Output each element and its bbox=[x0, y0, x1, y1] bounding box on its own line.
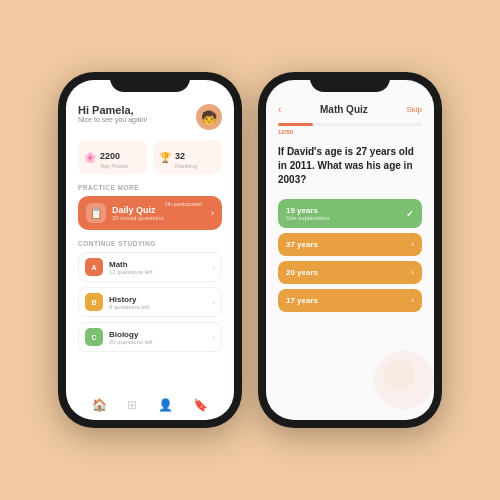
option-4-arrow-icon: › bbox=[411, 296, 414, 305]
option-2-arrow-icon: › bbox=[411, 240, 414, 249]
history-left: 6 questions left bbox=[109, 304, 206, 310]
phone-1: Hi Pamela, Nice to see you again! 🧒 🌸 22… bbox=[58, 72, 242, 428]
math-name: Math bbox=[109, 260, 206, 269]
points-icon: 🌸 bbox=[84, 152, 96, 163]
biology-name: Biology bbox=[109, 330, 206, 339]
study-item-biology[interactable]: C Biology 20 questions left › bbox=[78, 322, 222, 352]
option-1-text-block: 19 years See explanation bbox=[286, 206, 329, 221]
bottom-nav: 🏠 ⊞ 👤 🔖 bbox=[66, 398, 234, 412]
study-section-label: CONTINUE STUDYING bbox=[78, 240, 222, 247]
stat-points-info: 2200 Top Points bbox=[100, 145, 128, 169]
stat-points: 🌸 2200 Top Points bbox=[78, 140, 147, 174]
dq-subtitle: 20 mixed questions bbox=[112, 215, 164, 221]
phone-2: ‹ Math Quiz Skip 12/50 If David's age is… bbox=[258, 72, 442, 428]
bg-decoration-2 bbox=[384, 360, 414, 390]
greeting-block: Hi Pamela, Nice to see you again! bbox=[78, 104, 147, 123]
quiz-title: Math Quiz bbox=[320, 104, 368, 115]
option-3[interactable]: 20 years › bbox=[278, 261, 422, 284]
option-1-text: 19 years bbox=[286, 206, 318, 215]
greeting-name: Hi Pamela, bbox=[78, 104, 147, 116]
biology-icon: C bbox=[85, 328, 103, 346]
points-value: 2200 bbox=[100, 151, 120, 161]
back-button[interactable]: ‹ bbox=[278, 104, 281, 115]
math-icon: A bbox=[85, 258, 103, 276]
history-info: History 6 questions left bbox=[109, 295, 206, 310]
stat-ranking: 🏆 32 Ranking bbox=[153, 140, 222, 174]
biology-left: 20 questions left bbox=[109, 339, 206, 345]
stats-row: 🌸 2200 Top Points 🏆 32 Ranking bbox=[78, 140, 222, 174]
phone2-notch bbox=[310, 72, 390, 92]
check-icon: ✓ bbox=[406, 209, 414, 219]
ranking-icon: 🏆 bbox=[159, 152, 171, 163]
math-info: Math 12 questions left bbox=[109, 260, 206, 275]
phone2-content: ‹ Math Quiz Skip 12/50 If David's age is… bbox=[266, 80, 434, 420]
avatar[interactable]: 🧒 bbox=[196, 104, 222, 130]
nav-bookmark-icon[interactable]: 🔖 bbox=[193, 398, 208, 412]
math-arrow-icon: › bbox=[212, 263, 215, 272]
history-icon: B bbox=[85, 293, 103, 311]
phones-container: Hi Pamela, Nice to see you again! 🧒 🌸 22… bbox=[58, 72, 442, 428]
study-item-math[interactable]: A Math 12 questions left › bbox=[78, 252, 222, 282]
quiz-header: ‹ Math Quiz Skip bbox=[278, 104, 422, 115]
phone1-header: Hi Pamela, Nice to see you again! 🧒 bbox=[78, 104, 222, 130]
math-left: 12 questions left bbox=[109, 269, 206, 275]
nav-user-icon[interactable]: 👤 bbox=[158, 398, 173, 412]
points-label: Top Points bbox=[100, 163, 128, 169]
progress-fill bbox=[278, 123, 313, 126]
nav-home-icon[interactable]: 🏠 bbox=[92, 398, 107, 412]
study-list: A Math 12 questions left › B History 6 q… bbox=[78, 252, 222, 352]
phone1-screen: Hi Pamela, Nice to see you again! 🧒 🌸 22… bbox=[66, 80, 234, 420]
option-1-sub: See explanation bbox=[286, 215, 329, 221]
dq-participated: 1th participated bbox=[164, 201, 202, 207]
ranking-value: 32 bbox=[175, 151, 185, 161]
dq-title: Daily Quiz bbox=[112, 205, 164, 215]
nav-grid-icon[interactable]: ⊞ bbox=[127, 398, 137, 412]
option-2[interactable]: 37 years › bbox=[278, 233, 422, 256]
phone2-screen: ‹ Math Quiz Skip 12/50 If David's age is… bbox=[266, 80, 434, 420]
option-4[interactable]: 17 years › bbox=[278, 289, 422, 312]
option-1[interactable]: 19 years See explanation ✓ bbox=[278, 199, 422, 228]
progress-bar bbox=[278, 123, 422, 126]
option-3-text: 20 years bbox=[286, 268, 318, 277]
greeting-sub: Nice to see you again! bbox=[78, 116, 147, 123]
phone1-content: Hi Pamela, Nice to see you again! 🧒 🌸 22… bbox=[66, 80, 234, 420]
dq-arrow-icon: › bbox=[211, 208, 214, 218]
skip-button[interactable]: Skip bbox=[406, 105, 422, 114]
quiz-question: If David's age is 27 years old in 2011. … bbox=[278, 145, 422, 187]
dq-icon: 📋 bbox=[86, 203, 106, 223]
option-3-arrow-icon: › bbox=[411, 268, 414, 277]
daily-quiz-card[interactable]: 📋 Daily Quiz 20 mixed questions 1th part… bbox=[78, 196, 222, 230]
history-name: History bbox=[109, 295, 206, 304]
progress-label: 12/50 bbox=[278, 129, 422, 135]
history-arrow-icon: › bbox=[212, 298, 215, 307]
dq-info: Daily Quiz 20 mixed questions bbox=[112, 205, 164, 221]
quiz-options: 19 years See explanation ✓ 37 years › 20… bbox=[278, 199, 422, 312]
stat-ranking-info: 32 Ranking bbox=[175, 145, 197, 169]
biology-info: Biology 20 questions left bbox=[109, 330, 206, 345]
phone1-notch bbox=[110, 72, 190, 92]
option-2-text: 37 years bbox=[286, 240, 318, 249]
study-item-history[interactable]: B History 6 questions left › bbox=[78, 287, 222, 317]
practice-section-label: PRACTICE MORE bbox=[78, 184, 222, 191]
ranking-label: Ranking bbox=[175, 163, 197, 169]
biology-arrow-icon: › bbox=[212, 333, 215, 342]
option-4-text: 17 years bbox=[286, 296, 318, 305]
dq-left: 📋 Daily Quiz 20 mixed questions bbox=[86, 203, 164, 223]
